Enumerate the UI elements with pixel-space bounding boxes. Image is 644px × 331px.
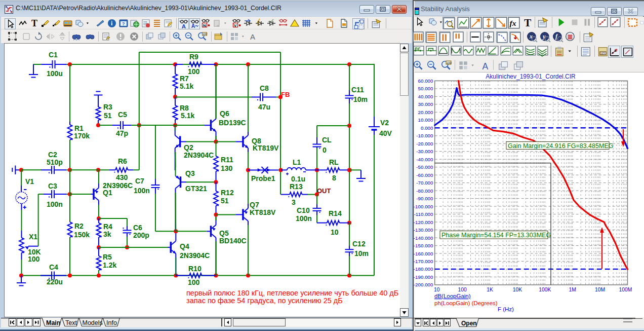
svg-text:CL: CL xyxy=(322,136,332,144)
svg-text:fx: fx xyxy=(510,19,516,27)
svg-text:V2: V2 xyxy=(380,119,389,127)
svg-text:47p: 47p xyxy=(116,129,128,137)
svg-text:R13: R13 xyxy=(290,182,303,191)
svg-text:C2: C2 xyxy=(48,151,57,159)
svg-text:51: 51 xyxy=(104,112,112,120)
svg-text:Q4: Q4 xyxy=(180,242,189,250)
svg-text:100M: 100M xyxy=(619,287,632,292)
svg-text:A: A xyxy=(250,32,255,41)
svg-text:A: A xyxy=(482,61,488,71)
svg-text:130: 130 xyxy=(221,164,233,172)
svg-text:10: 10 xyxy=(434,287,440,292)
svg-text:Q5: Q5 xyxy=(219,229,229,237)
svg-text:ph(LoopGain) (Degrees): ph(LoopGain) (Degrees) xyxy=(434,300,498,306)
svg-text:100: 100 xyxy=(458,287,467,292)
svg-text:R5: R5 xyxy=(103,253,112,261)
svg-text:C12: C12 xyxy=(352,240,366,248)
svg-text:Q6: Q6 xyxy=(220,109,229,118)
svg-text:100n: 100n xyxy=(296,214,312,223)
svg-text:C7: C7 xyxy=(135,177,144,185)
svg-text:R8: R8 xyxy=(180,104,189,112)
svg-text:-130.000: -130.000 xyxy=(414,227,433,233)
svg-text:0: 0 xyxy=(323,146,327,154)
svg-text:0.1u: 0.1u xyxy=(291,175,305,183)
svg-text:C1: C1 xyxy=(49,51,58,59)
svg-text:-80.000: -80.000 xyxy=(416,188,433,194)
svg-text:A: A xyxy=(191,23,195,29)
svg-text:C5: C5 xyxy=(118,111,127,119)
svg-text:V: V xyxy=(234,23,237,28)
svg-text:-120.000: -120.000 xyxy=(414,219,433,225)
svg-text:T: T xyxy=(31,18,37,28)
svg-text:8: 8 xyxy=(332,174,336,182)
svg-text:10: 10 xyxy=(331,228,339,236)
svg-text:51: 51 xyxy=(221,197,229,205)
svg-text:Open: Open xyxy=(461,320,477,327)
svg-text:-30.000: -30.000 xyxy=(416,149,433,154)
svg-text:-160.000: -160.000 xyxy=(414,251,433,256)
svg-text:R9: R9 xyxy=(189,53,198,61)
svg-text:Q1: Q1 xyxy=(103,189,112,197)
svg-text:10m: 10m xyxy=(353,95,368,103)
svg-text:BD139C: BD139C xyxy=(219,119,246,127)
svg-text:L1: L1 xyxy=(293,158,301,166)
svg-text:-40.000: -40.000 xyxy=(416,157,433,162)
svg-text:150k: 150k xyxy=(74,231,90,239)
svg-text:Main: Main xyxy=(46,319,60,326)
svg-text:1K: 1K xyxy=(487,287,493,292)
svg-text:-20.000: -20.000 xyxy=(416,141,433,146)
svg-text:первый полюс 180 кГц, петлевое: первый полюс 180 кГц, петлевое усиление … xyxy=(186,289,398,297)
svg-text:-50.000: -50.000 xyxy=(416,164,433,170)
svg-text:R6: R6 xyxy=(118,157,127,165)
svg-text:-200.000: -200.000 xyxy=(414,282,433,287)
svg-text:X1: X1 xyxy=(29,233,37,241)
svg-text:10.000: 10.000 xyxy=(418,117,434,123)
svg-text:50.000: 50.000 xyxy=(418,86,434,91)
svg-text:V1: V1 xyxy=(25,177,34,186)
svg-text:R10: R10 xyxy=(188,265,202,273)
svg-text:-10.000: -10.000 xyxy=(416,133,433,138)
svg-text:R2: R2 xyxy=(74,222,84,230)
svg-text:-70.000: -70.000 xyxy=(416,180,433,186)
svg-text:R12: R12 xyxy=(221,189,234,197)
svg-text:R14: R14 xyxy=(329,209,342,217)
svg-text:3: 3 xyxy=(292,198,296,206)
svg-text:C10: C10 xyxy=(297,206,310,214)
svg-text:T: T xyxy=(524,17,531,28)
svg-text:BD140C: BD140C xyxy=(219,237,247,245)
svg-text:OUT: OUT xyxy=(317,187,331,195)
svg-text:A: A xyxy=(182,23,186,29)
svg-text:KT819V: KT819V xyxy=(253,144,279,152)
svg-text:2N3904C: 2N3904C xyxy=(180,251,210,260)
svg-text:40V: 40V xyxy=(379,129,392,137)
svg-text:Text: Text xyxy=(65,319,77,326)
svg-text:5.1k: 5.1k xyxy=(181,112,194,120)
svg-text:Info: Info xyxy=(106,319,117,326)
svg-text:RL: RL xyxy=(329,158,339,166)
svg-text:100: 100 xyxy=(188,278,200,286)
svg-text:GT321: GT321 xyxy=(185,185,207,193)
svg-text:R7: R7 xyxy=(180,75,189,83)
svg-text:-90.000: -90.000 xyxy=(416,196,433,201)
svg-text:C11: C11 xyxy=(351,86,364,94)
svg-text:R11: R11 xyxy=(221,156,233,164)
svg-text:100: 100 xyxy=(447,61,452,64)
svg-text:запас по фазе 54 градуса, по у: запас по фазе 54 градуса, по усилению 25… xyxy=(186,297,343,305)
svg-text:3k: 3k xyxy=(103,230,111,238)
svg-text:-150.000: -150.000 xyxy=(414,243,433,248)
svg-text:10K: 10K xyxy=(513,287,522,292)
svg-text:Q7: Q7 xyxy=(250,201,259,209)
svg-text:100n: 100n xyxy=(134,187,150,195)
svg-text:Probe1: Probe1 xyxy=(251,174,275,182)
svg-text:Akulinichev_1993-01_Cordel.CIR: Akulinichev_1993-01_Cordel.CIR xyxy=(486,73,576,80)
svg-text:60.000: 60.000 xyxy=(418,78,434,84)
svg-text:5.1k: 5.1k xyxy=(180,82,193,90)
svg-text:KT818V: KT818V xyxy=(250,208,276,216)
svg-text:Gain Margin=24.916 FG=83.485ME: Gain Margin=24.916 FG=83.485MEG xyxy=(508,142,613,150)
svg-text:FB: FB xyxy=(281,91,290,98)
svg-text:123: 123 xyxy=(600,52,605,55)
svg-text:10M: 10M xyxy=(595,287,605,292)
svg-text:430: 430 xyxy=(116,173,128,181)
svg-text:?: ? xyxy=(122,21,125,26)
svg-text:-170.000: -170.000 xyxy=(414,259,433,264)
